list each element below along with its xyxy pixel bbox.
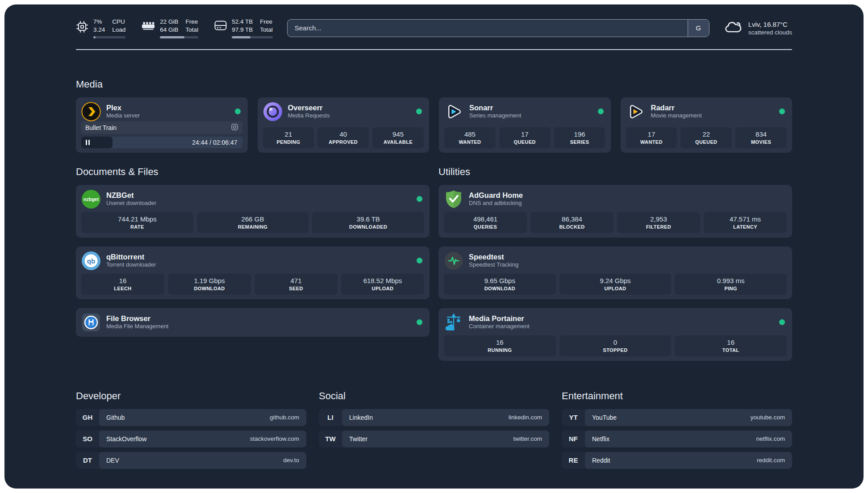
stat-label: QUEUED (681, 139, 731, 145)
bookmark-abbr: SO (76, 435, 99, 443)
stat-box: 498,461 QUERIES (444, 212, 527, 233)
service-title: Media Portainer (469, 314, 530, 323)
bookmark-dev[interactable]: DT DEV dev.to (76, 452, 306, 469)
bookmark-linkedin[interactable]: LI LinkedIn linkedin.com (319, 409, 549, 426)
service-card-nzbget[interactable]: nzbget NZBGet Usenet downloader 744.21 M… (76, 185, 430, 238)
storage-label-bottom: Total (260, 26, 273, 34)
stat-value: 39.6 TB (313, 215, 423, 223)
header-divider (76, 49, 792, 50)
storage-progress-track (232, 36, 273, 38)
stat-value: 9.24 Gbps (560, 277, 671, 284)
service-card-portainer[interactable]: Media Portainer Container management 16 … (438, 308, 792, 361)
service-title: Radarr (651, 103, 702, 113)
stat-value: 21 (264, 130, 313, 138)
service-title: NZBGet (106, 191, 156, 200)
stat-value: 1.19 Gbps (169, 277, 250, 284)
stat-box: 2,953 FILTERED (617, 212, 700, 233)
section-title-entertainment: Entertainment (562, 390, 792, 402)
playback-progress-bar[interactable]: 24:44 / 02:06:47 (81, 137, 242, 148)
stat-box: 196 SERIES (554, 127, 605, 148)
weather-widget[interactable]: Lviv, 16.87°C scattered clouds (724, 20, 792, 36)
stat-box: 21 PENDING (263, 127, 314, 148)
stat-box: 40 APPROVED (317, 127, 369, 148)
sonarr-icon (444, 102, 464, 121)
service-title: Overseerr (288, 103, 330, 113)
stat-box: 1.19 Gbps DOWNLOAD (168, 274, 251, 295)
status-dot (779, 109, 785, 114)
bookmark-name: YouTube (592, 414, 617, 421)
memory-label-top: Free (186, 18, 199, 26)
bookmark-stackoverflow[interactable]: SO StackOverflow stackoverflow.com (76, 430, 306, 447)
service-card-speedtest[interactable]: Speedtest Speedtest Tracking 9.65 Gbps D… (438, 246, 792, 299)
status-dot (598, 109, 604, 114)
bookmark-abbr: NF (562, 435, 585, 443)
search-engine-button[interactable]: G (688, 20, 709, 37)
stat-label: DOWNLOAD (445, 286, 555, 291)
adguard-icon (444, 189, 463, 209)
service-subtitle: Torrent downloader (106, 261, 156, 269)
service-card-adguard[interactable]: AdGuard Home DNS and adblocking 498,461 … (438, 185, 792, 238)
bookmark-name: Netflix (592, 435, 609, 443)
system-monitors: 7% 3.24 CPU Load (76, 18, 273, 38)
radarr-icon (626, 102, 646, 121)
service-title: File Browser (106, 314, 168, 323)
service-card-qbittorrent[interactable]: qb qBittorrent Torrent downloader 16 LEE… (76, 246, 430, 299)
section-title-utilities: Utilities (438, 166, 792, 178)
cpu-label-bottom: Load (112, 26, 125, 34)
stat-label: FILTERED (618, 224, 699, 230)
stat-label: WANTED (627, 139, 676, 145)
weather-location-temp: Lviv, 16.87°C (748, 20, 792, 29)
service-subtitle: Series management (469, 112, 521, 120)
stat-box: 618.52 Mbps UPLOAD (341, 274, 424, 295)
stat-value: 17 (627, 130, 676, 138)
memory-label-bottom: Total (186, 26, 199, 34)
service-card-sonarr[interactable]: Sonarr Series management 485 WANTED 17 Q… (439, 97, 611, 153)
stat-box: 471 SEED (255, 274, 338, 295)
search-input[interactable] (288, 20, 688, 37)
bookmark-netflix[interactable]: NF Netflix netflix.com (562, 430, 792, 447)
bookmark-github[interactable]: GH Github github.com (76, 409, 306, 426)
stat-value: 2,953 (618, 215, 699, 223)
stat-box: 16 RUNNING (444, 335, 556, 356)
stat-box: 945 AVAILABLE (372, 127, 424, 148)
pause-icon[interactable] (86, 140, 90, 145)
bookmark-name: Reddit (592, 457, 610, 464)
service-title: AdGuard Home (469, 191, 523, 200)
bookmark-url: reddit.com (757, 457, 785, 464)
session-device-icon[interactable] (231, 123, 238, 132)
stat-value: 485 (445, 130, 495, 138)
section-title-social: Social (319, 390, 549, 402)
bookmark-name: DEV (106, 457, 119, 464)
stat-value: 16 (82, 277, 163, 284)
service-card-filebrowser[interactable]: File Browser Media File Management (76, 308, 430, 337)
stat-value: 22 (681, 130, 731, 138)
stat-label: QUEUED (500, 139, 550, 145)
stat-label: LATENCY (705, 224, 786, 230)
bookmark-twitter[interactable]: TW Twitter twitter.com (319, 430, 549, 447)
stat-label: STOPPED (560, 347, 671, 353)
cpu-progress-track (93, 36, 125, 38)
bookmark-youtube[interactable]: YT YouTube youtube.com (562, 409, 792, 426)
storage-label-top: Free (260, 18, 273, 26)
bookmark-abbr: DT (76, 456, 99, 464)
playback-time: 24:44 / 02:06:47 (192, 139, 242, 146)
bookmark-url: stackoverflow.com (250, 435, 299, 442)
dashboard-panel: 7% 3.24 CPU Load (4, 4, 864, 489)
cloud-icon (724, 20, 743, 36)
bookmark-url: github.com (270, 414, 299, 421)
service-card-plex[interactable]: Plex Media server Bullet Train (76, 97, 248, 153)
stat-value: 9.65 Gbps (445, 277, 555, 284)
section-title-developer: Developer (76, 390, 306, 402)
top-bar: 7% 3.24 CPU Load (76, 18, 792, 38)
stat-label: DOWNLOAD (169, 286, 250, 291)
bookmark-url: twitter.com (513, 435, 542, 442)
service-card-overseerr[interactable]: Overseerr Media Requests 21 PENDING 40 A… (258, 97, 430, 153)
stat-value: 0 (560, 338, 671, 346)
stat-label: LEECH (82, 286, 163, 291)
bookmark-reddit[interactable]: RE Reddit reddit.com (562, 452, 792, 469)
storage-progress-fill (232, 36, 250, 38)
service-card-radarr[interactable]: Radarr Movie management 17 WANTED 22 QUE… (621, 97, 793, 153)
service-title: Plex (106, 103, 140, 113)
stat-label: RUNNING (445, 347, 555, 353)
stat-box: 16 TOTAL (675, 335, 787, 356)
